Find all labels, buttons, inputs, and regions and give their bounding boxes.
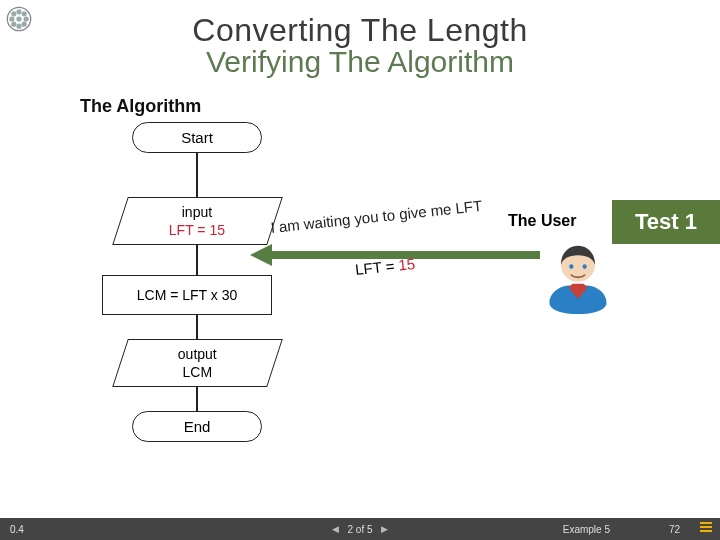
pager: ◀ 2 of 5 ▶	[332, 524, 387, 535]
flow-output: output LCM	[112, 339, 283, 387]
flow-connector	[196, 387, 198, 411]
user-label: The User	[508, 212, 576, 230]
svg-point-12	[583, 264, 587, 269]
test-badge: Test 1	[612, 200, 720, 244]
lft-label: LFT =	[354, 257, 399, 278]
flow-output-value: LCM	[182, 363, 212, 379]
slide: Converting The Length Verifying The Algo…	[0, 0, 720, 540]
example-label: Example 5	[563, 524, 610, 535]
flow-input-value: LFT = 15	[169, 221, 225, 237]
waiting-message: I am waiting you to give me LFT	[270, 197, 483, 236]
flow-output-label: output	[178, 346, 217, 364]
flow-input-label: input	[169, 204, 225, 222]
flow-end: End	[132, 411, 262, 442]
flow-start: Start	[132, 122, 262, 153]
title-line-1: Converting The Length	[0, 12, 720, 49]
title-line-2: Verifying The Algorithm	[0, 45, 720, 79]
flow-input: input LFT = 15	[112, 197, 283, 245]
menu-icon[interactable]	[700, 522, 712, 534]
flow-connector	[196, 153, 198, 197]
pager-text: 2 of 5	[347, 524, 372, 535]
version-label: 0.4	[10, 524, 24, 535]
flow-process: LCM = LFT x 30	[102, 275, 272, 315]
lft-number: 15	[398, 255, 416, 274]
footer-bar: 0.4 ◀ 2 of 5 ▶ Example 5 72	[0, 518, 720, 540]
page-number: 72	[669, 524, 680, 535]
prev-button[interactable]: ◀	[332, 524, 339, 534]
next-button[interactable]: ▶	[381, 524, 388, 534]
slide-title: Converting The Length Verifying The Algo…	[0, 12, 720, 79]
flowchart: Start input LFT = 15 LCM = LFT x 30 outp…	[102, 122, 292, 442]
flow-connector	[196, 315, 198, 339]
svg-point-11	[569, 264, 573, 269]
section-heading: The Algorithm	[80, 96, 201, 117]
user-avatar-icon	[540, 240, 616, 316]
flow-connector	[196, 245, 198, 275]
